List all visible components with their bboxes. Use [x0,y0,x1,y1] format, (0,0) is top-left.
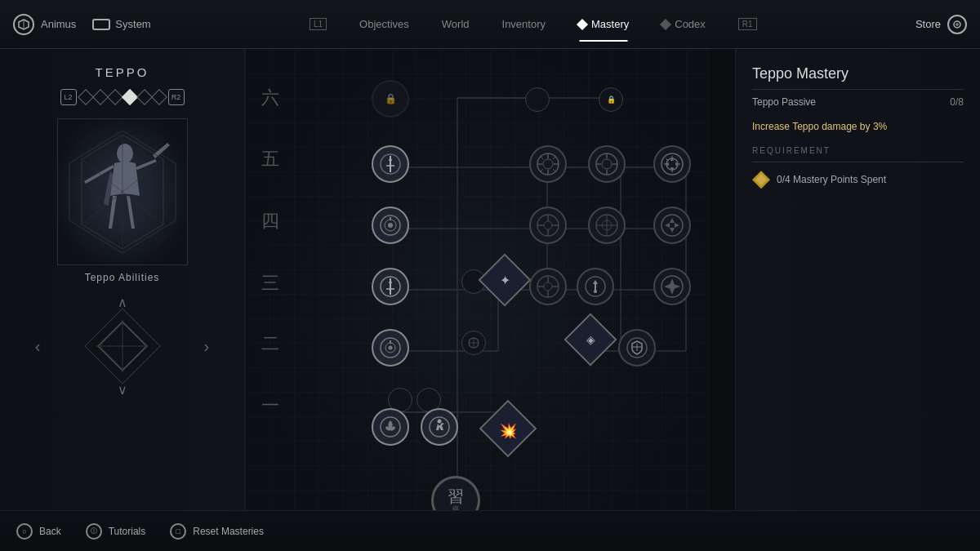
skill-node-run-1[interactable] [421,408,458,446]
passive-count: 0/8 [950,96,964,108]
node-run-1-circle [421,408,458,446]
nav-diamond-large [90,313,155,379]
arrow-right[interactable]: › [204,337,210,356]
req-divider [752,162,964,162]
tutorials-label: Tutorials [109,526,146,537]
skill-node-small-2[interactable] [461,331,486,355]
skill-tree: 六 🔒 🔒 五 四 [245,49,710,551]
skill-node-sword-3[interactable] [372,268,409,305]
dot-1 [78,89,94,105]
objectives-label: Objectives [359,18,409,30]
l2-button[interactable]: L2 [60,89,77,105]
skill-node-drum-2[interactable] [372,329,409,367]
node-small-6a-circle [525,87,550,112]
row-label-2: 二 [261,331,279,356]
tab-inventory[interactable]: Inventory [488,13,560,35]
requirement-label: REQUIREMENT [752,146,964,155]
skill-node-drum-4[interactable] [372,207,409,244]
skill-node-small-6b[interactable]: 🔒 [599,87,623,112]
tab-codex[interactable]: Codex [647,13,720,35]
svg-point-113 [389,346,393,350]
dot-5 [136,89,153,105]
node-diamond-2-shape: ◈ [564,313,617,366]
svg-marker-94 [389,278,392,283]
row-label-4: 四 [261,209,279,233]
tab-r1[interactable]: R1 [724,13,772,35]
svg-marker-48 [389,156,392,161]
skill-node-sun-3[interactable] [653,268,691,305]
dot-3 [107,89,123,105]
dot-2 [92,89,109,105]
skill-node-sun-4[interactable] [653,207,691,244]
skill-node-phoenix-1[interactable] [372,408,409,446]
node-sword-3-circle [372,268,409,305]
character-label: Teppo Abilities [85,272,160,283]
svg-marker-88 [670,228,675,233]
codex-diamond-icon [660,18,671,29]
node-small-2-circle [461,331,486,355]
tab-world[interactable]: World [427,13,484,35]
bottom-bar: ○ Back ⓛ Tutorials □ Reset Masteries [0,510,980,551]
mastery-diamond-icon [577,18,588,29]
r1-indicator: R1 [738,18,757,30]
svg-marker-124 [755,174,767,185]
node-diamond-3-shape: ✦ [478,253,531,306]
svg-marker-106 [670,278,675,285]
skill-node-explosion-1[interactable]: 💥 [488,408,528,449]
tutorials-btn[interactable]: ⓛ Tutorials [86,523,146,540]
skill-node-diamond-2[interactable]: ◈ [572,321,609,358]
svg-point-110 [670,284,675,289]
node-diamond-2-icon: ◈ [586,333,595,346]
svg-point-123 [438,420,442,424]
svg-marker-103 [593,280,598,284]
arrow-left[interactable]: ‹ [35,337,41,356]
top-nav: Animus System L1 Objectives World Invent… [0,0,980,49]
skill-node-small-6a[interactable] [525,87,550,112]
description-main: Increase Teppo damage by [752,121,873,132]
node-explosion-1-diamond: 💥 [479,400,537,458]
svg-marker-5 [69,131,176,253]
skill-node-lock-6[interactable]: 🔒 [372,80,409,118]
character-silhouette [61,122,184,261]
passive-row: Teppo Passive 0/8 [752,96,964,108]
skill-node-wheel-3a[interactable] [529,268,567,305]
row-label-6: 六 [261,86,279,110]
node-phoenix-1-circle [372,408,409,446]
skill-node-wheel-5a[interactable] [529,145,567,183]
skill-node-wheel-4b[interactable] [588,207,626,244]
skill-node-shield-2[interactable] [618,329,656,367]
system-btn[interactable]: System [92,18,150,30]
tab-l1[interactable]: L1 [295,13,341,35]
brand[interactable]: Animus [13,14,76,35]
brand-label: Animus [41,18,76,30]
node-sun-3-circle [653,268,691,305]
node-wheel-4a-circle [529,207,567,244]
node-wheel-4b-circle [588,207,626,244]
tab-objectives[interactable]: Objectives [345,13,424,35]
back-btn[interactable]: ○ Back [16,523,61,540]
row-label-3: 三 [261,271,279,295]
skill-node-wheel-5b[interactable] [588,145,626,183]
skill-node-diamond-3[interactable]: ✦ [486,261,523,299]
svg-point-86 [662,215,683,236]
skill-node-sword-5[interactable] [372,145,409,183]
skill-node-wheel-4a[interactable] [529,207,567,244]
req-icon [752,171,770,189]
svg-marker-90 [675,223,679,228]
store-icon [947,15,967,34]
node-diamond-3-icon: ✦ [500,273,510,288]
world-label: World [442,18,470,30]
skill-node-arrow-3[interactable] [577,268,614,305]
inventory-label: Inventory [502,18,546,30]
svg-point-50 [543,159,553,169]
svg-point-60 [602,159,612,169]
reset-btn[interactable]: □ Reset Masteries [170,523,264,540]
r2-button[interactable]: R2 [168,89,185,105]
skill-node-sun-5[interactable] [653,145,691,183]
store-btn[interactable]: Store [915,15,967,34]
node-wheel-3a-circle [529,268,567,305]
back-icon: ○ [16,523,33,540]
node-master-kanji: 習 [448,488,464,504]
right-panel: Teppo Mastery Teppo Passive 0/8 Increase… [735,49,980,551]
tab-mastery[interactable]: Mastery [564,13,644,35]
